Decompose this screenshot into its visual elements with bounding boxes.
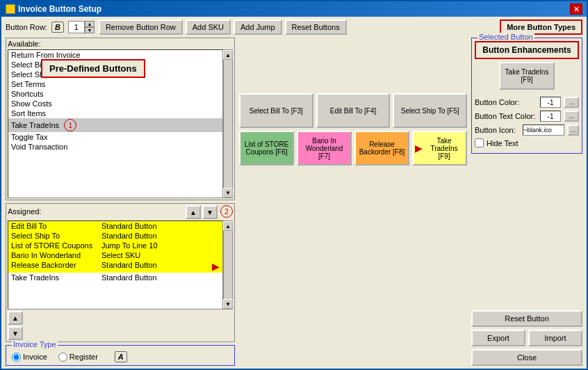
list-item[interactable]: Sort Items bbox=[8, 108, 222, 118]
add-jump-btn[interactable]: Add Jump bbox=[234, 19, 282, 35]
close-btn[interactable]: Close bbox=[471, 349, 582, 366]
list-item[interactable]: Return From Invoice bbox=[8, 50, 222, 60]
button-enhancements-label: Button Enhancements bbox=[482, 45, 571, 55]
assigned-scrollbar[interactable]: ▲ ▼ bbox=[223, 220, 233, 309]
reset-button-btn[interactable]: Reset Button bbox=[471, 310, 582, 327]
available-scrollbar[interactable]: ▲ ▼ bbox=[223, 49, 233, 198]
take-tradeins-preview-label: Take TradeIns [F9] bbox=[503, 68, 550, 83]
title-bar-left: Invoice Button Setup bbox=[6, 4, 101, 14]
assigned-item-release-backorder[interactable]: Release Backorder Standard Button ▶ bbox=[8, 260, 222, 273]
invoice-radio-label: Invoice bbox=[23, 353, 47, 361]
list-item[interactable]: Set Terms bbox=[8, 79, 222, 89]
row-scroll-down[interactable]: ▼ bbox=[8, 326, 23, 340]
add-sku-btn[interactable]: Add SKU bbox=[186, 19, 231, 35]
hide-text-label: Hide Text bbox=[487, 139, 518, 147]
hide-text-checkbox[interactable] bbox=[475, 138, 484, 147]
reset-buttons-btn[interactable]: Reset Buttons bbox=[285, 19, 347, 35]
invoice-radio[interactable]: Invoice bbox=[12, 353, 47, 362]
button-row-spinner[interactable]: ▲ ▼ bbox=[68, 21, 95, 33]
assigned-item-edit-bill-to[interactable]: Edit Bill To Standard Button bbox=[8, 221, 222, 231]
assigned-list: Edit Bill To Standard Button Select Ship… bbox=[8, 220, 223, 309]
spinner-buttons: ▲ ▼ bbox=[85, 21, 95, 33]
button-grid-top: Select Bill To [F3] Edit Bill To [F4] Se… bbox=[239, 93, 467, 128]
selected-button-label: Selected Button bbox=[477, 33, 534, 41]
list-item-take-tradeins[interactable]: Take TradeIns 1 bbox=[8, 118, 222, 132]
button-color-label: Button Color: bbox=[475, 98, 537, 106]
toolbar-buttons: Remove Button Row Add SKU Add Jump Reset… bbox=[99, 19, 347, 35]
assigned-item-take-tradeins[interactable]: Take TradeIns Standard Button bbox=[8, 273, 222, 282]
row-scroll-up[interactable]: ▲ bbox=[8, 311, 23, 325]
window-title: Invoice Button Setup bbox=[18, 4, 101, 14]
move-down-btn[interactable]: ▼ bbox=[202, 205, 218, 219]
assigned-header: Assigned: ▲ ▼ 2 bbox=[8, 205, 233, 219]
grid-btn-select-bill-to[interactable]: Select Bill To [F3] bbox=[239, 93, 313, 128]
take-tradeins-preview-btn[interactable]: Take TradeIns [F9] bbox=[499, 62, 555, 90]
import-btn[interactable]: Import bbox=[528, 330, 582, 346]
button-icon-browse-btn[interactable]: ... bbox=[567, 124, 579, 136]
selected-button-box: Selected Button Button Enhancements Take… bbox=[471, 38, 582, 154]
assigned-list-area: Edit Bill To Standard Button Select Ship… bbox=[8, 220, 233, 309]
list-item[interactable]: Show Costs bbox=[8, 99, 222, 108]
left-panel: Available: Return From Invoice Select Bi… bbox=[6, 38, 235, 366]
button-row-area: Button Row: B ▲ ▼ Remove Button Row Add … bbox=[6, 19, 347, 35]
register-radio[interactable]: Register bbox=[58, 353, 98, 362]
grid-btn-edit-bill-to[interactable]: Edit Bill To [F4] bbox=[316, 93, 391, 128]
invoice-type-box: Invoice Type Invoice Register A bbox=[6, 345, 235, 366]
invoice-radio-input[interactable] bbox=[12, 353, 21, 362]
button-row-input[interactable] bbox=[68, 21, 85, 33]
button-text-color-row: Button Text Color: ... bbox=[475, 111, 579, 122]
button-icon-row: Button Icon: ... bbox=[475, 124, 579, 136]
main-content: Available: Return From Invoice Select Bi… bbox=[6, 38, 582, 366]
assigned-controls: ▲ ▼ 2 bbox=[186, 205, 233, 219]
available-label: Available: bbox=[8, 40, 233, 48]
list-item[interactable]: Shortcuts bbox=[8, 89, 222, 99]
button-grid-bottom: List of STORE Coupons [F6] Bario In Wond… bbox=[239, 131, 467, 166]
middle-panel: Select Bill To [F3] Edit Bill To [F4] Se… bbox=[239, 38, 467, 366]
button-icon-input[interactable] bbox=[523, 124, 564, 136]
assigned-scroll-up[interactable]: ▲ bbox=[223, 221, 233, 231]
button-color-row: Button Color: ... bbox=[475, 97, 579, 108]
invoice-type-label: Invoice Type bbox=[12, 340, 58, 348]
assigned-item-bario[interactable]: Bario In Wonderland Select SKU bbox=[8, 250, 222, 260]
assigned-label: Assigned: bbox=[8, 207, 41, 216]
annotation-circle-2: 2 bbox=[220, 205, 233, 218]
annotation-circle-1: 1 bbox=[64, 119, 76, 131]
spinner-down[interactable]: ▼ bbox=[85, 27, 95, 33]
action-buttons: Reset Button Export Import Close bbox=[471, 310, 582, 366]
close-window-button[interactable]: ✕ bbox=[570, 3, 582, 15]
arrow-indicator: ▶ bbox=[212, 261, 220, 272]
assigned-item-select-ship-to[interactable]: Select Ship To Standard Button bbox=[8, 231, 222, 241]
b-label: B bbox=[51, 22, 64, 33]
grid-btn-take-tradeins-bottom[interactable]: ▶ Take TradeIns [F9] bbox=[412, 131, 467, 166]
button-text-color-browse-btn[interactable]: ... bbox=[564, 111, 579, 122]
assigned-scroll-down[interactable]: ▼ bbox=[223, 299, 233, 309]
button-row-label: Button Row: bbox=[6, 23, 47, 31]
assigned-item-store-coupons[interactable]: List of STORE Coupons Jump To Line 10 bbox=[8, 241, 222, 250]
arrow-grid: ▶ bbox=[415, 143, 423, 154]
scroll-up-arrow[interactable]: ▲ bbox=[223, 50, 233, 60]
content-area: Button Row: B ▲ ▼ Remove Button Row Add … bbox=[1, 17, 587, 369]
grid-btn-select-ship-to[interactable]: Select Ship To [F5] bbox=[393, 93, 467, 128]
title-bar: Invoice Button Setup ✕ bbox=[1, 1, 587, 17]
list-item[interactable]: Toggle Tax bbox=[8, 132, 222, 142]
grid-btn-bario[interactable]: Bario In Wonderland [F7] bbox=[297, 131, 352, 166]
button-color-browse-btn[interactable]: ... bbox=[564, 97, 579, 108]
remove-button-row-btn[interactable]: Remove Button Row bbox=[99, 19, 183, 35]
grid-btn-store-coupons[interactable]: List of STORE Coupons [F6] bbox=[239, 131, 294, 166]
button-icon-label: Button Icon: bbox=[475, 126, 520, 134]
register-radio-label: Register bbox=[70, 353, 98, 361]
list-item[interactable]: Void Transaction bbox=[8, 142, 222, 152]
button-text-color-input[interactable] bbox=[540, 111, 561, 122]
assigned-row-scroll-btns: ▲ ▼ bbox=[8, 311, 233, 340]
right-panel: Selected Button Button Enhancements Take… bbox=[471, 38, 582, 366]
spinner-up[interactable]: ▲ bbox=[85, 21, 95, 27]
hide-text-row: Hide Text bbox=[475, 138, 579, 147]
export-btn[interactable]: Export bbox=[471, 330, 525, 346]
move-up-btn[interactable]: ▲ bbox=[186, 205, 201, 219]
grid-btn-release-backorder[interactable]: Release Backorder [F8] bbox=[354, 131, 409, 166]
invoice-type-radio-group: Invoice Register A bbox=[12, 351, 229, 362]
button-color-input[interactable] bbox=[540, 97, 561, 108]
pre-defined-label: Pre-Defined Buttons bbox=[49, 63, 137, 74]
scroll-down-arrow[interactable]: ▼ bbox=[223, 188, 233, 198]
register-radio-input[interactable] bbox=[58, 353, 67, 362]
